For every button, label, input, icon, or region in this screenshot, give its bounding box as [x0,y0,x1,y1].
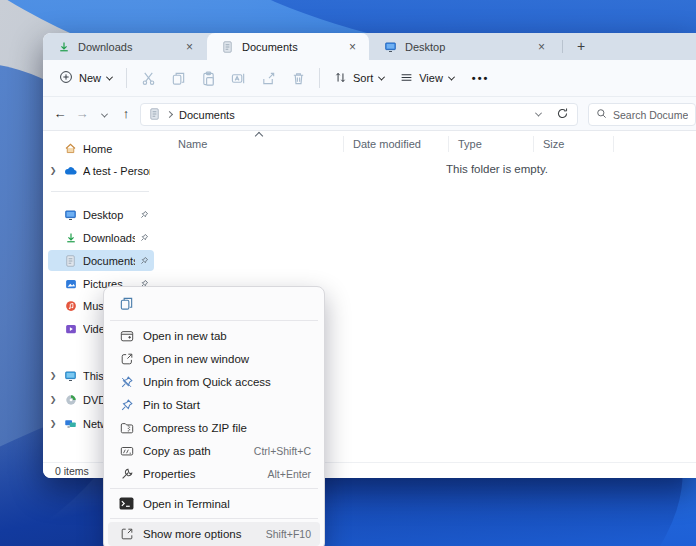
menu-item-unpin-from-quick-access[interactable]: Unpin from Quick access [108,370,320,393]
terminal-icon [119,497,134,510]
recent-locations-chevron-icon[interactable] [93,106,115,121]
paste-icon[interactable] [193,71,223,86]
desktop: Downloads × Documents × Desktop × + [0,0,696,546]
menu-divider [110,518,318,519]
copy-icon[interactable] [119,296,134,313]
toolbar: New [43,60,696,97]
context-menu: Open in new tab Open in new window Unpin… [103,286,325,546]
tab-divider [562,40,563,53]
column-divider[interactable] [448,136,449,152]
tab-desktop[interactable]: Desktop × [370,33,558,60]
videos-folder-icon [63,321,78,336]
expand-chevron-icon[interactable]: ❯ [48,371,58,380]
download-icon [56,39,71,54]
tab-label: Downloads [78,41,176,53]
tab-documents[interactable]: Documents × [207,33,369,60]
sidebar-item-onedrive[interactable]: ❯ A test - Personal [48,160,154,181]
cut-icon[interactable] [133,71,163,86]
rename-icon[interactable] [223,71,253,86]
menu-item-compress-to-zip[interactable]: Compress to ZIP file [108,416,320,439]
view-lines-icon [400,71,413,86]
sort-button[interactable]: Sort [326,66,392,91]
column-header-date-modified[interactable]: Date modified [353,138,421,150]
sidebar-item-label: Home [83,143,150,155]
tab-label: Documents [242,41,339,53]
documents-folder-icon [63,253,78,268]
view-button-label: View [419,72,443,84]
new-button-label: New [79,72,101,84]
menu-item-open-in-new-window[interactable]: Open in new window [108,347,320,370]
refresh-icon[interactable] [556,107,569,122]
new-tab-button[interactable]: + [570,36,592,57]
column-header-name[interactable]: Name [178,138,207,150]
copy-icon[interactable] [163,71,193,86]
see-more-icon[interactable]: ••• [472,72,490,84]
network-icon [63,416,78,431]
chevron-down-icon [106,73,113,80]
context-menu-command-bar [108,291,320,317]
sort-ascending-caret-icon [255,132,263,140]
column-header-size[interactable]: Size [543,138,564,150]
breadcrumb[interactable]: Documents [140,103,578,126]
toolbar-divider [126,68,127,88]
expand-chevron-icon[interactable]: ❯ [48,166,58,175]
pictures-folder-icon [63,276,78,291]
onedrive-cloud-icon [63,163,78,178]
column-headers: Name Date modified Type Size [158,131,696,157]
sidebar-item-label: A test - Personal [83,165,150,177]
view-button[interactable]: View [392,66,462,91]
empty-folder-message: This folder is empty. [446,163,548,175]
forward-icon[interactable]: → [71,106,93,121]
menu-divider [110,320,318,321]
share-icon[interactable] [253,71,283,86]
show-more-icon [119,527,134,541]
menu-item-copy-as-path[interactable]: Copy as path Ctrl+Shift+C [108,439,320,462]
this-pc-icon [63,368,78,383]
expand-chevron-icon[interactable]: ❯ [48,419,58,428]
delete-icon[interactable] [283,71,313,86]
music-folder-icon [63,298,78,313]
menu-item-open-in-terminal[interactable]: Open in Terminal [108,492,320,515]
up-icon[interactable]: ↑ [115,106,137,121]
search-box[interactable] [588,103,696,126]
sidebar-item-desktop[interactable]: Desktop [48,204,154,225]
shortcut-label: Shift+F10 [266,528,311,540]
menu-item-properties[interactable]: Properties Alt+Enter [108,462,320,485]
toolbar-divider [319,68,320,88]
open-new-tab-icon [119,329,134,343]
sidebar-divider [51,191,149,192]
menu-item-open-in-new-tab[interactable]: Open in new tab [108,324,320,347]
close-tab-icon[interactable]: × [183,41,196,53]
home-icon [63,141,78,156]
menu-divider [110,488,318,489]
zip-folder-icon [119,421,134,435]
location-document-icon [149,108,160,122]
sidebar-item-downloads[interactable]: Downloads [48,227,154,248]
menu-item-pin-to-start[interactable]: Pin to Start [108,393,320,416]
tab-label: Desktop [405,41,528,53]
menu-item-show-more-options[interactable]: Show more options Shift+F10 [108,522,320,546]
sort-button-label: Sort [353,72,373,84]
search-input[interactable] [613,109,688,121]
chevron-down-icon [448,73,455,80]
new-button[interactable]: New [51,65,120,91]
open-new-window-icon [119,352,134,366]
column-divider[interactable] [533,136,534,152]
column-divider[interactable] [343,136,344,152]
column-header-type[interactable]: Type [458,138,482,150]
address-dropdown-chevron-icon[interactable] [535,110,542,117]
dvd-drive-icon [63,392,78,407]
breadcrumb-segment[interactable]: Documents [179,109,235,121]
sort-arrows-icon [334,71,347,86]
close-tab-icon[interactable]: × [346,41,359,53]
tab-downloads[interactable]: Downloads × [43,33,206,60]
downloads-folder-icon [63,230,78,245]
sidebar-item-home[interactable]: Home [48,138,154,159]
column-divider[interactable] [613,136,614,152]
copy-path-icon [119,444,134,458]
close-tab-icon[interactable]: × [535,41,548,53]
sidebar-item-label: Documents [83,255,135,267]
sidebar-item-documents[interactable]: Documents [48,250,154,271]
expand-chevron-icon[interactable]: ❯ [48,395,58,404]
back-icon[interactable]: ← [49,106,71,121]
